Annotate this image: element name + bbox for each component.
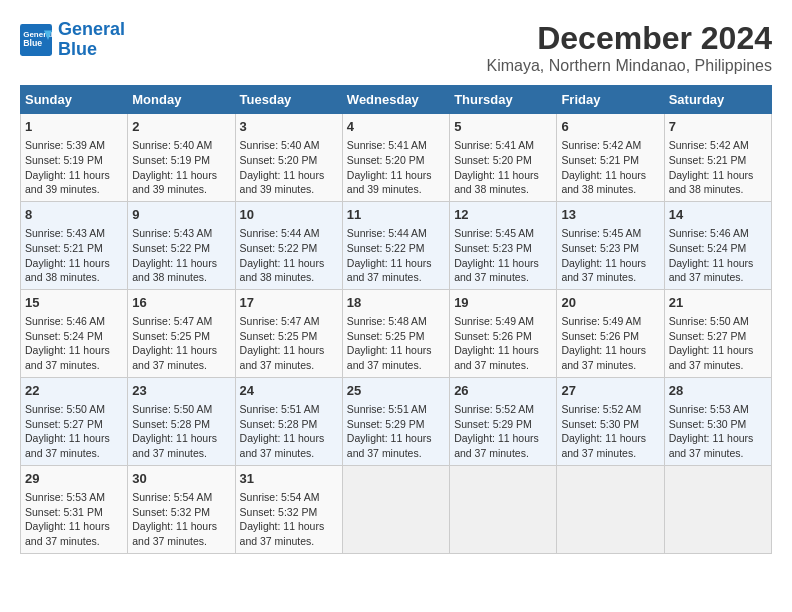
sunrise-text: Sunrise: 5:50 AM bbox=[669, 314, 767, 329]
day-number: 27 bbox=[561, 382, 659, 400]
calendar-cell: 27Sunrise: 5:52 AMSunset: 5:30 PMDayligh… bbox=[557, 377, 664, 465]
sunset-text: Sunset: 5:30 PM bbox=[561, 417, 659, 432]
sunrise-text: Sunrise: 5:42 AM bbox=[669, 138, 767, 153]
calendar-cell: 2Sunrise: 5:40 AMSunset: 5:19 PMDaylight… bbox=[128, 114, 235, 202]
sunset-text: Sunset: 5:31 PM bbox=[25, 505, 123, 520]
sunrise-text: Sunrise: 5:48 AM bbox=[347, 314, 445, 329]
sunset-text: Sunset: 5:25 PM bbox=[132, 329, 230, 344]
calendar-cell: 6Sunrise: 5:42 AMSunset: 5:21 PMDaylight… bbox=[557, 114, 664, 202]
sunset-text: Sunset: 5:21 PM bbox=[561, 153, 659, 168]
day-number: 24 bbox=[240, 382, 338, 400]
sunrise-text: Sunrise: 5:53 AM bbox=[669, 402, 767, 417]
calendar-cell: 13Sunrise: 5:45 AMSunset: 5:23 PMDayligh… bbox=[557, 201, 664, 289]
daylight-text: Daylight: 11 hours and 37 minutes. bbox=[454, 256, 552, 285]
day-number: 23 bbox=[132, 382, 230, 400]
calendar-cell bbox=[342, 465, 449, 553]
day-number: 13 bbox=[561, 206, 659, 224]
daylight-text: Daylight: 11 hours and 37 minutes. bbox=[669, 343, 767, 372]
calendar-table: SundayMondayTuesdayWednesdayThursdayFrid… bbox=[20, 85, 772, 554]
sunset-text: Sunset: 5:20 PM bbox=[454, 153, 552, 168]
daylight-text: Daylight: 11 hours and 37 minutes. bbox=[132, 519, 230, 548]
day-number: 20 bbox=[561, 294, 659, 312]
day-number: 7 bbox=[669, 118, 767, 136]
day-number: 18 bbox=[347, 294, 445, 312]
sunrise-text: Sunrise: 5:40 AM bbox=[240, 138, 338, 153]
page-title: December 2024 bbox=[487, 20, 772, 57]
day-number: 9 bbox=[132, 206, 230, 224]
calendar-cell bbox=[557, 465, 664, 553]
day-number: 19 bbox=[454, 294, 552, 312]
sunset-text: Sunset: 5:30 PM bbox=[669, 417, 767, 432]
calendar-week-row: 8Sunrise: 5:43 AMSunset: 5:21 PMDaylight… bbox=[21, 201, 772, 289]
page-subtitle: Kimaya, Northern Mindanao, Philippines bbox=[487, 57, 772, 75]
calendar-cell: 31Sunrise: 5:54 AMSunset: 5:32 PMDayligh… bbox=[235, 465, 342, 553]
sunset-text: Sunset: 5:21 PM bbox=[25, 241, 123, 256]
daylight-text: Daylight: 11 hours and 38 minutes. bbox=[669, 168, 767, 197]
calendar-cell: 11Sunrise: 5:44 AMSunset: 5:22 PMDayligh… bbox=[342, 201, 449, 289]
day-number: 2 bbox=[132, 118, 230, 136]
calendar-cell: 15Sunrise: 5:46 AMSunset: 5:24 PMDayligh… bbox=[21, 289, 128, 377]
sunrise-text: Sunrise: 5:47 AM bbox=[240, 314, 338, 329]
calendar-cell: 30Sunrise: 5:54 AMSunset: 5:32 PMDayligh… bbox=[128, 465, 235, 553]
calendar-cell: 21Sunrise: 5:50 AMSunset: 5:27 PMDayligh… bbox=[664, 289, 771, 377]
day-number: 6 bbox=[561, 118, 659, 136]
sunrise-text: Sunrise: 5:41 AM bbox=[347, 138, 445, 153]
calendar-cell bbox=[664, 465, 771, 553]
sunrise-text: Sunrise: 5:47 AM bbox=[132, 314, 230, 329]
calendar-cell: 5Sunrise: 5:41 AMSunset: 5:20 PMDaylight… bbox=[450, 114, 557, 202]
daylight-text: Daylight: 11 hours and 37 minutes. bbox=[240, 431, 338, 460]
logo-icon: General Blue bbox=[20, 24, 52, 56]
daylight-text: Daylight: 11 hours and 37 minutes. bbox=[25, 343, 123, 372]
sunrise-text: Sunrise: 5:45 AM bbox=[454, 226, 552, 241]
sunrise-text: Sunrise: 5:44 AM bbox=[240, 226, 338, 241]
calendar-cell: 24Sunrise: 5:51 AMSunset: 5:28 PMDayligh… bbox=[235, 377, 342, 465]
sunrise-text: Sunrise: 5:52 AM bbox=[454, 402, 552, 417]
calendar-cell: 20Sunrise: 5:49 AMSunset: 5:26 PMDayligh… bbox=[557, 289, 664, 377]
svg-text:Blue: Blue bbox=[23, 38, 42, 48]
daylight-text: Daylight: 11 hours and 37 minutes. bbox=[132, 431, 230, 460]
calendar-cell: 25Sunrise: 5:51 AMSunset: 5:29 PMDayligh… bbox=[342, 377, 449, 465]
day-number: 8 bbox=[25, 206, 123, 224]
daylight-text: Daylight: 11 hours and 37 minutes. bbox=[669, 256, 767, 285]
daylight-text: Daylight: 11 hours and 38 minutes. bbox=[132, 256, 230, 285]
day-number: 15 bbox=[25, 294, 123, 312]
calendar-cell: 29Sunrise: 5:53 AMSunset: 5:31 PMDayligh… bbox=[21, 465, 128, 553]
daylight-text: Daylight: 11 hours and 37 minutes. bbox=[561, 431, 659, 460]
sunrise-text: Sunrise: 5:54 AM bbox=[240, 490, 338, 505]
day-number: 29 bbox=[25, 470, 123, 488]
daylight-text: Daylight: 11 hours and 37 minutes. bbox=[132, 343, 230, 372]
day-header-sunday: Sunday bbox=[21, 86, 128, 114]
sunrise-text: Sunrise: 5:43 AM bbox=[132, 226, 230, 241]
sunrise-text: Sunrise: 5:53 AM bbox=[25, 490, 123, 505]
sunset-text: Sunset: 5:19 PM bbox=[25, 153, 123, 168]
calendar-week-row: 1Sunrise: 5:39 AMSunset: 5:19 PMDaylight… bbox=[21, 114, 772, 202]
calendar-cell: 4Sunrise: 5:41 AMSunset: 5:20 PMDaylight… bbox=[342, 114, 449, 202]
sunrise-text: Sunrise: 5:49 AM bbox=[454, 314, 552, 329]
sunset-text: Sunset: 5:20 PM bbox=[240, 153, 338, 168]
calendar-week-row: 15Sunrise: 5:46 AMSunset: 5:24 PMDayligh… bbox=[21, 289, 772, 377]
calendar-header-row: SundayMondayTuesdayWednesdayThursdayFrid… bbox=[21, 86, 772, 114]
day-header-monday: Monday bbox=[128, 86, 235, 114]
daylight-text: Daylight: 11 hours and 37 minutes. bbox=[454, 431, 552, 460]
sunset-text: Sunset: 5:24 PM bbox=[25, 329, 123, 344]
sunrise-text: Sunrise: 5:50 AM bbox=[132, 402, 230, 417]
sunrise-text: Sunrise: 5:52 AM bbox=[561, 402, 659, 417]
sunset-text: Sunset: 5:27 PM bbox=[669, 329, 767, 344]
daylight-text: Daylight: 11 hours and 37 minutes. bbox=[454, 343, 552, 372]
sunset-text: Sunset: 5:20 PM bbox=[347, 153, 445, 168]
sunset-text: Sunset: 5:23 PM bbox=[561, 241, 659, 256]
sunrise-text: Sunrise: 5:51 AM bbox=[347, 402, 445, 417]
sunset-text: Sunset: 5:32 PM bbox=[132, 505, 230, 520]
sunset-text: Sunset: 5:32 PM bbox=[240, 505, 338, 520]
day-number: 14 bbox=[669, 206, 767, 224]
daylight-text: Daylight: 11 hours and 38 minutes. bbox=[25, 256, 123, 285]
day-number: 11 bbox=[347, 206, 445, 224]
sunrise-text: Sunrise: 5:51 AM bbox=[240, 402, 338, 417]
sunrise-text: Sunrise: 5:40 AM bbox=[132, 138, 230, 153]
sunset-text: Sunset: 5:27 PM bbox=[25, 417, 123, 432]
sunset-text: Sunset: 5:28 PM bbox=[240, 417, 338, 432]
daylight-text: Daylight: 11 hours and 37 minutes. bbox=[561, 343, 659, 372]
sunset-text: Sunset: 5:23 PM bbox=[454, 241, 552, 256]
calendar-cell: 10Sunrise: 5:44 AMSunset: 5:22 PMDayligh… bbox=[235, 201, 342, 289]
day-header-thursday: Thursday bbox=[450, 86, 557, 114]
